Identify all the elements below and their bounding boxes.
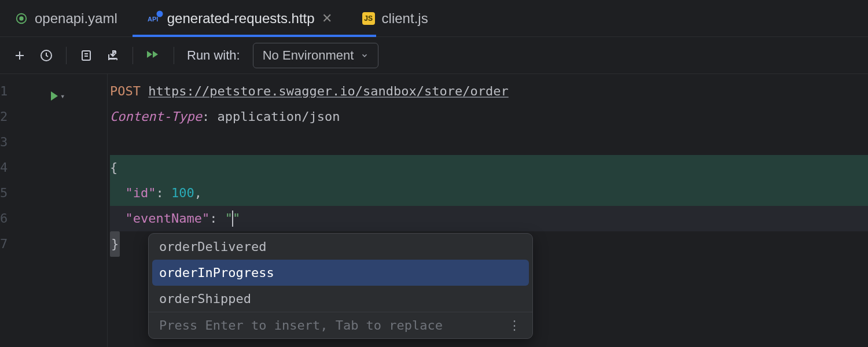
more-icon[interactable]: ⋮ [508, 318, 522, 333]
target-icon [15, 12, 28, 25]
line-number: 6 [0, 206, 36, 231]
run-with-label: Run with: [187, 48, 240, 63]
line-number: 3 [0, 130, 36, 155]
completion-hint: Press Enter to insert, Tab to replace ⋮ [149, 312, 532, 338]
editor[interactable]: 1 2 3 4 5 6 7 ▾ POST https://petstore.sw… [0, 74, 868, 347]
code-line: POST https://petstore.swagger.io/sandbox… [110, 79, 868, 104]
tab-label: openapi.yaml [35, 10, 117, 27]
svg-point-3 [156, 10, 163, 17]
js-icon: JS [362, 12, 375, 25]
tab-openapi[interactable]: openapi.yaml [0, 0, 133, 36]
examples-icon[interactable] [79, 49, 93, 62]
code-line: Content-Type: application/json [110, 104, 868, 130]
tab-bar: openapi.yaml API generated-requests.http… [0, 0, 868, 37]
tab-label: client.js [382, 10, 428, 27]
line-gutter: 1 2 3 4 5 6 7 [0, 74, 46, 347]
completion-item[interactable]: orderInProgress [152, 260, 529, 286]
line-number: 4 [0, 155, 36, 180]
run-request-icon[interactable]: ▾ [51, 83, 65, 109]
environment-select[interactable]: No Environment [253, 43, 379, 68]
http-toolbar: Run with: No Environment [0, 37, 868, 74]
run-all-icon[interactable] [146, 49, 161, 62]
completion-item[interactable]: orderDelivered [149, 234, 532, 260]
tab-client-js[interactable]: JS client.js [347, 0, 443, 36]
svg-point-1 [19, 16, 23, 20]
api-icon: API [148, 12, 160, 25]
line-number: 2 [0, 104, 36, 130]
line-number: 5 [0, 180, 36, 206]
completion-item[interactable]: orderShipped [149, 286, 532, 312]
run-gutter: ▾ [46, 74, 108, 347]
line-number: 1 [0, 79, 36, 104]
import-icon[interactable] [106, 49, 120, 62]
tab-label: generated-requests.http [167, 10, 315, 27]
chevron-down-icon [361, 48, 369, 63]
code-line: { [110, 155, 868, 180]
code-line: "eventName": "" [110, 206, 868, 231]
add-icon[interactable] [13, 49, 27, 62]
code-line [110, 130, 868, 155]
history-icon[interactable] [39, 49, 53, 62]
completion-popup: orderDelivered orderInProgress orderShip… [148, 233, 533, 339]
close-icon[interactable]: ✕ [322, 11, 332, 26]
code-line: "id": 100, [110, 180, 868, 206]
tab-generated-requests[interactable]: API generated-requests.http ✕ [133, 0, 347, 36]
divider [133, 47, 133, 64]
environment-value: No Environment [263, 48, 354, 63]
line-number: 7 [0, 231, 36, 257]
divider [66, 47, 67, 64]
divider [174, 47, 174, 64]
